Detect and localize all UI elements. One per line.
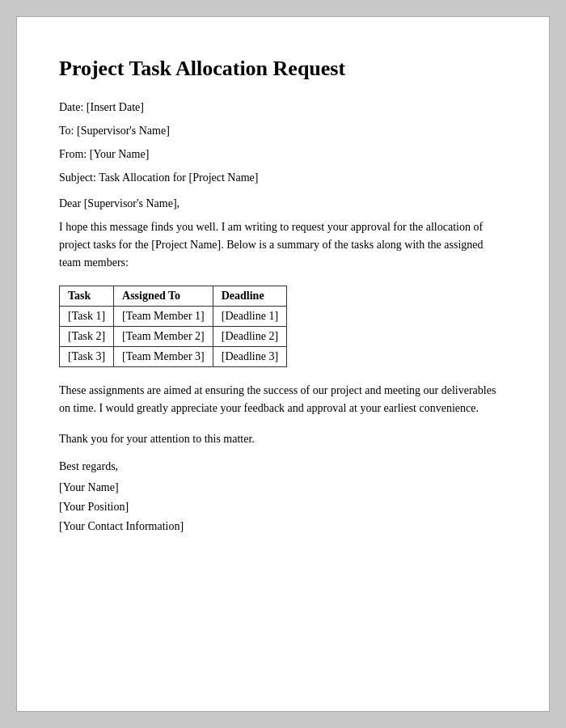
table-cell-1-2: [Deadline 2] [213, 327, 286, 347]
table-row: [Task 1][Team Member 1][Deadline 1] [60, 307, 287, 327]
table-row: [Task 2][Team Member 2][Deadline 2] [60, 327, 287, 347]
table-cell-0-0: [Task 1] [60, 307, 114, 327]
document-title: Project Task Allocation Request [59, 56, 507, 81]
subject-field: Subject: Task Allocation for [Project Na… [59, 169, 507, 186]
col-header-task: Task [60, 286, 114, 307]
date-field: Date: [Insert Date] [59, 99, 507, 116]
intro-paragraph: I hope this message finds you well. I am… [59, 218, 507, 271]
table-row: [Task 3][Team Member 3][Deadline 3] [60, 347, 287, 367]
table-header-row: Task Assigned To Deadline [60, 286, 287, 307]
table-cell-1-1: [Team Member 2] [114, 327, 213, 347]
salutation: Dear [Supervisor's Name], [59, 197, 507, 210]
from-field: From: [Your Name] [59, 146, 507, 163]
table-cell-1-0: [Task 2] [60, 327, 114, 347]
document-page: Project Task Allocation Request Date: [I… [16, 16, 550, 712]
body-paragraph: These assignments are aimed at ensuring … [59, 382, 507, 417]
col-header-deadline: Deadline [213, 286, 286, 307]
table-cell-0-1: [Team Member 1] [114, 307, 213, 327]
task-table: Task Assigned To Deadline [Task 1][Team … [59, 286, 287, 367]
to-field: To: [Supervisor's Name] [59, 122, 507, 139]
table-cell-2-1: [Team Member 3] [114, 347, 213, 367]
col-header-assigned-to: Assigned To [114, 286, 213, 307]
thank-you-line: Thank you for your attention to this mat… [59, 430, 507, 448]
table-cell-0-2: [Deadline 1] [213, 307, 286, 327]
signature-position: [Your Position] [59, 501, 507, 514]
table-cell-2-0: [Task 3] [60, 347, 114, 367]
table-cell-2-2: [Deadline 3] [213, 347, 286, 367]
signature-contact: [Your Contact Information] [59, 520, 507, 533]
signature-name: [Your Name] [59, 481, 507, 494]
closing: Best regards, [59, 460, 507, 473]
